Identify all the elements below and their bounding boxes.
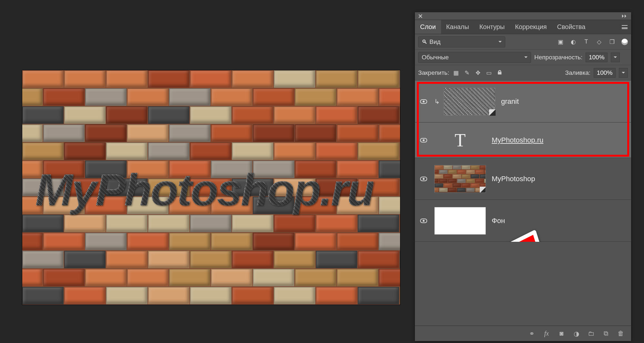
lock-transparent-icon[interactable]: ▦ xyxy=(452,69,459,76)
blend-row: Обычные Непрозрачность: 100% xyxy=(415,50,631,65)
filter-toggle[interactable] xyxy=(621,39,628,45)
lock-label: Закрепить: xyxy=(418,69,449,76)
visibility-eye-icon[interactable] xyxy=(420,138,427,142)
canvas-type-overlay: MyPhotoshop.ru xyxy=(35,164,373,216)
close-icon[interactable] xyxy=(418,14,423,18)
layer-filter-dropdown[interactable]: 🔍︎Вид xyxy=(418,36,505,47)
tab-4[interactable]: Свойства xyxy=(552,20,590,34)
fx-icon[interactable]: fx xyxy=(543,330,550,338)
shape-icon[interactable]: ◇ xyxy=(596,38,603,45)
type-layer-thumb: T xyxy=(434,126,486,154)
opacity-value[interactable]: 100% xyxy=(586,53,608,62)
layer-name-label[interactable]: Фон xyxy=(492,217,505,225)
new-layer-icon[interactable]: ⧉ xyxy=(602,330,610,338)
chevron-down-icon xyxy=(524,56,528,60)
layers-list: ↳granitTMyPhotoshop.ruMyPhotoshopФон xyxy=(415,81,631,242)
visibility-eye-icon[interactable] xyxy=(420,177,427,181)
panel-tabs: СлоиКаналыКонтурыКоррекцияСвойства xyxy=(415,20,631,34)
mask-icon[interactable]: ◙ xyxy=(558,330,565,338)
clip-indicator-icon: ↳ xyxy=(434,98,440,105)
lock-artboard-icon[interactable]: ▭ xyxy=(485,69,492,76)
layer-row-0[interactable]: ↳granit xyxy=(415,81,631,122)
layer-name-label[interactable]: MyPhotoshop.ru xyxy=(492,136,543,144)
fill-stepper[interactable] xyxy=(619,68,628,78)
panel-footer: ⚭fx◙◑🗀⧉🗑 xyxy=(415,326,631,341)
lock-all-icon[interactable]: 🔒︎ xyxy=(496,69,503,76)
tab-0[interactable]: Слои xyxy=(415,20,441,34)
type-icon[interactable]: T xyxy=(583,38,590,45)
opacity-label: Непрозрачность: xyxy=(534,54,582,61)
tab-1[interactable]: Каналы xyxy=(441,20,474,34)
image-icon[interactable]: ▣ xyxy=(557,38,564,45)
blend-mode-value: Обычные xyxy=(422,54,449,61)
group-icon[interactable]: 🗀 xyxy=(587,330,595,338)
adjustment-icon[interactable]: ◑ xyxy=(572,330,580,338)
collapse-icon[interactable] xyxy=(622,15,629,18)
layer-filter-row: 🔍︎Вид ▣◐T◇❐ xyxy=(415,34,631,50)
layer-row-3[interactable]: Фон xyxy=(415,200,631,242)
visibility-eye-icon[interactable] xyxy=(420,99,427,104)
fill-label: Заливка: xyxy=(565,69,590,76)
chevron-down-icon xyxy=(498,41,502,44)
document-canvas[interactable]: MyPhotoshop.ru xyxy=(22,70,400,305)
panel-titlebar[interactable] xyxy=(415,12,631,20)
layer-row-1[interactable]: TMyPhotoshop.ru xyxy=(415,122,631,158)
opacity-stepper[interactable] xyxy=(611,53,620,62)
link-icon[interactable]: ⚭ xyxy=(528,330,536,338)
tab-2[interactable]: Контуры xyxy=(474,20,510,34)
smartobj-icon[interactable]: ❐ xyxy=(609,38,616,45)
app-workspace: MyPhotoshop.ru СлоиКаналыКонтурыКоррекци… xyxy=(0,0,644,343)
layer-name-label[interactable]: MyPhotoshop xyxy=(492,175,535,183)
filter-label: Вид xyxy=(429,38,440,45)
layer-thumb xyxy=(434,207,486,235)
lock-position-icon[interactable]: ✥ xyxy=(474,69,481,76)
adjust-icon[interactable]: ◐ xyxy=(570,38,577,45)
layer-name-label[interactable]: granit xyxy=(501,97,519,106)
search-icon: 🔍︎ xyxy=(422,39,428,45)
visibility-eye-icon[interactable] xyxy=(420,219,427,223)
tab-3[interactable]: Коррекция xyxy=(510,20,552,34)
layer-row-2[interactable]: MyPhotoshop xyxy=(415,158,631,200)
fill-value[interactable]: 100% xyxy=(594,68,616,78)
layer-thumb xyxy=(444,88,495,115)
layers-panel: СлоиКаналыКонтурыКоррекцияСвойства 🔍︎Вид… xyxy=(415,12,631,341)
layer-thumb xyxy=(434,165,486,193)
trash-icon[interactable]: 🗑 xyxy=(617,330,625,338)
panel-menu-button[interactable] xyxy=(618,20,631,34)
blend-mode-dropdown[interactable]: Обычные xyxy=(418,52,531,63)
lock-paint-icon[interactable]: ✎ xyxy=(463,69,470,76)
lock-row: Закрепить: ▦ ✎ ✥ ▭ 🔒︎ Заливка: 100% xyxy=(415,65,631,81)
